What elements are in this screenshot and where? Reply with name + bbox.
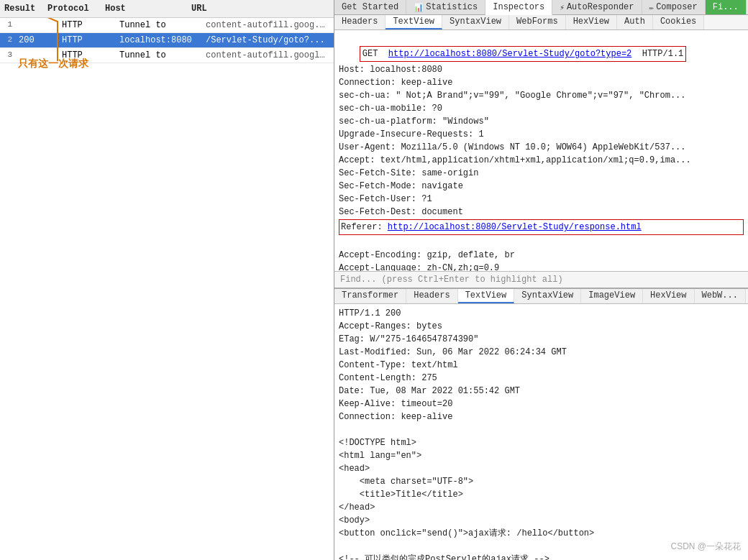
cell-url: content-autofill.googl... (201, 50, 334, 61)
tab-statistics-label: Statistics (426, 2, 478, 12)
row-num: 3 (0, 50, 14, 61)
col-header-host: Host (101, 2, 187, 15)
request-url-link[interactable]: http://localhost:8080/Servlet-Study/goto… (388, 49, 631, 59)
tab-autoresponder-label: AutoResponder (567, 2, 634, 12)
sub-tab-hexview-label: HexView (573, 17, 609, 27)
resp-sub-tab-syntaxview[interactable]: SyntaxView (514, 289, 581, 303)
resp-sub-tab-headers[interactable]: Headers (406, 289, 457, 303)
resp-sub-tab-textview-label: TextView (465, 290, 507, 300)
request-area: Headers TextView SyntaxView WebForms Hex… (334, 15, 748, 288)
tab-inspectors-label: Inspectors (493, 2, 544, 12)
referer-line: Referer: http://localhost:8080/Servlet-S… (339, 219, 744, 235)
sub-tab-auth-label: Auth (624, 17, 645, 27)
statistics-icon: 📊 (414, 3, 424, 12)
resp-sub-tab-headers-label: Headers (414, 290, 450, 300)
sub-tab-headers-label: Headers (342, 17, 378, 27)
cell-url: content-autofill.goog... (201, 19, 334, 31)
resp-sub-tab-webw[interactable]: WebW... (695, 289, 746, 303)
col-header-url: URL (187, 2, 334, 15)
sub-tab-headers[interactable]: Headers (334, 15, 386, 29)
row-num: 1 (0, 19, 14, 31)
resp-sub-tab-imageview-label: ImageView (588, 290, 635, 300)
row-num: 2 (0, 35, 14, 46)
request-content: GET http://localhost:8080/Servlet-Study/… (334, 30, 748, 271)
sub-tab-cookies-label: Cookies (660, 17, 696, 27)
sub-tab-syntaxview-label: SyntaxView (450, 17, 501, 27)
cell-host: localhost:8080 (115, 35, 201, 46)
annotation-arrow-svg (22, 18, 94, 65)
resp-sub-tab-imageview[interactable]: ImageView (581, 289, 643, 303)
watermark: CSDN @一朵花花 (670, 541, 741, 553)
main-tabs: Get Started 📊 Statistics Inspectors ⚡ Au… (334, 0, 748, 15)
sub-tab-textview-label: TextView (393, 17, 434, 27)
traffic-table-header: Result Protocol Host URL (0, 0, 334, 18)
referer-url-link[interactable]: http://localhost:8080/Servlet-Study/resp… (388, 222, 642, 232)
cell-host: Tunnel to (115, 19, 201, 31)
request-first-line: GET http://localhost:8080/Servlet-Study/… (360, 46, 687, 62)
tab-get-started[interactable]: Get Started (334, 0, 406, 14)
left-panel: Result Protocol Host URL 1 HTTP Tunnel t… (0, 0, 334, 560)
response-area-wrapper: Transformer Headers TextView SyntaxView … (334, 288, 748, 560)
response-content: HTTP/1.1 200 Accept-Ranges: bytes ETag: … (334, 304, 748, 560)
tab-autoresponder[interactable]: ⚡ AutoResponder (552, 0, 642, 14)
resp-sub-tab-webw-label: WebW... (702, 290, 738, 300)
tab-statistics[interactable]: 📊 Statistics (406, 0, 485, 14)
sub-tab-syntaxview[interactable]: SyntaxView (442, 15, 509, 29)
find-bar[interactable]: Find... (press Ctrl+Enter to highlight a… (334, 271, 748, 288)
tab-inspectors[interactable]: Inspectors (485, 0, 552, 15)
annotation: 只有这一次请求 (18, 58, 88, 70)
response-sub-tabs: Transformer Headers TextView SyntaxView … (334, 289, 748, 304)
traffic-rows: 1 HTTP Tunnel to content-autofill.goog..… (0, 18, 334, 560)
tab-get-started-label: Get Started (342, 2, 398, 12)
tab-composer[interactable]: ✏️ Composer (642, 0, 706, 14)
right-panel: Get Started 📊 Statistics Inspectors ⚡ Au… (334, 0, 748, 560)
resp-sub-tab-syntaxview-label: SyntaxView (521, 290, 573, 300)
autoresponder-icon: ⚡ (560, 3, 565, 12)
col-header-result: Result (0, 2, 43, 15)
tab-composer-label: Composer (656, 2, 698, 12)
composer-icon: ✏️ (649, 3, 654, 12)
response-area: Transformer Headers TextView SyntaxView … (334, 288, 748, 560)
resp-sub-tab-transformer[interactable]: Transformer (334, 289, 406, 303)
sub-tab-textview[interactable]: TextView (386, 15, 442, 29)
tab-fi-label: Fi... (713, 2, 739, 12)
sub-tab-auth[interactable]: Auth (617, 15, 653, 29)
sub-tab-webforms[interactable]: WebForms (509, 15, 566, 29)
tab-fi[interactable]: Fi... (706, 0, 747, 14)
col-header-protocol: Protocol (43, 2, 101, 15)
resp-sub-tab-hexview[interactable]: HexView (643, 289, 694, 303)
sub-tab-hexview[interactable]: HexView (566, 15, 617, 29)
find-bar-text: Find... (press Ctrl+Enter to highlight a… (340, 275, 563, 285)
sub-tab-webforms-label: WebForms (516, 17, 558, 27)
sub-tab-cookies[interactable]: Cookies (653, 15, 704, 29)
resp-sub-tab-transformer-label: Transformer (342, 290, 398, 300)
request-sub-tabs: Headers TextView SyntaxView WebForms Hex… (334, 15, 748, 30)
cell-host: Tunnel to (115, 50, 201, 61)
cell-url: /Servlet-Study/goto?... (201, 35, 334, 46)
resp-sub-tab-hexview-label: HexView (650, 290, 686, 300)
resp-sub-tab-textview[interactable]: TextView (458, 289, 515, 303)
